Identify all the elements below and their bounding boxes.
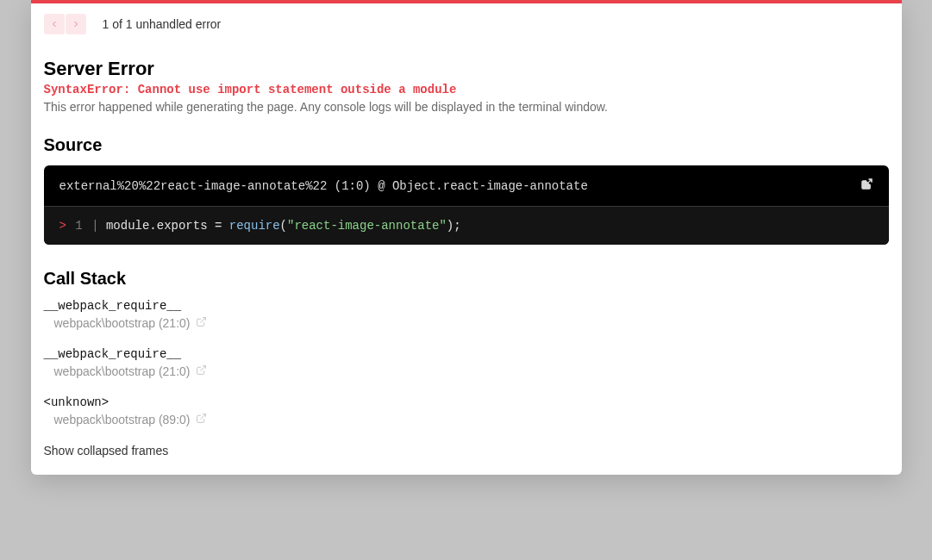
open-in-editor-button[interactable] xyxy=(196,413,207,426)
svg-line-3 xyxy=(201,414,206,420)
callstack-list: __webpack_require__ webpack\bootstrap (2… xyxy=(44,299,889,426)
svg-line-2 xyxy=(201,366,206,371)
nav-buttons xyxy=(44,14,87,34)
page-title: Server Error xyxy=(44,58,889,80)
source-code-block: external%20%22react-image-annotate%22 (1… xyxy=(44,165,889,245)
chevron-right-icon xyxy=(71,19,81,29)
callstack-section-title: Call Stack xyxy=(44,269,889,289)
external-link-icon xyxy=(860,177,873,190)
code-token xyxy=(208,219,215,233)
stack-frame-location: webpack\bootstrap (89:0) xyxy=(54,413,889,426)
code-gutter-sign: > xyxy=(59,219,66,233)
stack-frame-location-text: webpack\bootstrap (21:0) xyxy=(54,316,191,330)
error-count-text: 1 of 1 unhandled error xyxy=(103,17,222,31)
code-token: ; xyxy=(453,219,460,233)
code-line-number: 1 xyxy=(75,219,82,233)
external-link-icon xyxy=(196,364,207,376)
stack-frame-location-text: webpack\bootstrap (21:0) xyxy=(54,364,191,378)
source-location-text: external%20%22react-image-annotate%22 (1… xyxy=(59,179,588,193)
stack-frame: __webpack_require__ webpack\bootstrap (2… xyxy=(44,299,889,330)
source-section-title: Source xyxy=(44,135,889,155)
code-token: "react-image-annotate" xyxy=(287,219,447,233)
show-collapsed-frames-button[interactable]: Show collapsed frames xyxy=(44,444,889,457)
source-location-bar: external%20%22react-image-annotate%22 (1… xyxy=(44,165,889,207)
code-gutter-pipe: | xyxy=(91,219,98,233)
error-subtext: This error happened while generating the… xyxy=(44,100,889,114)
stack-frame-location: webpack\bootstrap (21:0) xyxy=(54,364,889,378)
code-token: ) xyxy=(447,219,453,233)
external-link-icon xyxy=(196,316,207,327)
code-token: ( xyxy=(280,219,287,233)
error-overlay-card: 1 of 1 unhandled error Server Error Synt… xyxy=(31,0,902,475)
source-code-body: > 1 | module.exports = require("react-im… xyxy=(44,207,889,245)
stack-frame-location-text: webpack\bootstrap (89:0) xyxy=(54,413,191,426)
chevron-left-icon xyxy=(49,19,59,29)
content: Server Error SyntaxError: Cannot use imp… xyxy=(31,34,902,475)
stack-frame-function: <unknown> xyxy=(44,395,889,409)
stack-frame-function: __webpack_require__ xyxy=(44,347,889,361)
stack-frame-function: __webpack_require__ xyxy=(44,299,889,313)
open-in-editor-button[interactable] xyxy=(196,364,207,378)
svg-line-1 xyxy=(201,318,206,323)
error-message: SyntaxError: Cannot use import statement… xyxy=(44,83,889,96)
code-token: module.exports xyxy=(106,219,208,233)
code-token xyxy=(222,219,228,233)
stack-frame-location: webpack\bootstrap (21:0) xyxy=(54,316,889,330)
prev-error-button[interactable] xyxy=(44,14,65,34)
code-token: require xyxy=(229,219,280,233)
external-link-icon xyxy=(196,413,207,424)
nav-row: 1 of 1 unhandled error xyxy=(31,3,902,34)
stack-frame: <unknown> webpack\bootstrap (89:0) xyxy=(44,395,889,426)
open-in-editor-button[interactable] xyxy=(860,177,873,194)
next-error-button[interactable] xyxy=(66,14,86,34)
open-in-editor-button[interactable] xyxy=(196,316,207,330)
stack-frame: __webpack_require__ webpack\bootstrap (2… xyxy=(44,347,889,378)
